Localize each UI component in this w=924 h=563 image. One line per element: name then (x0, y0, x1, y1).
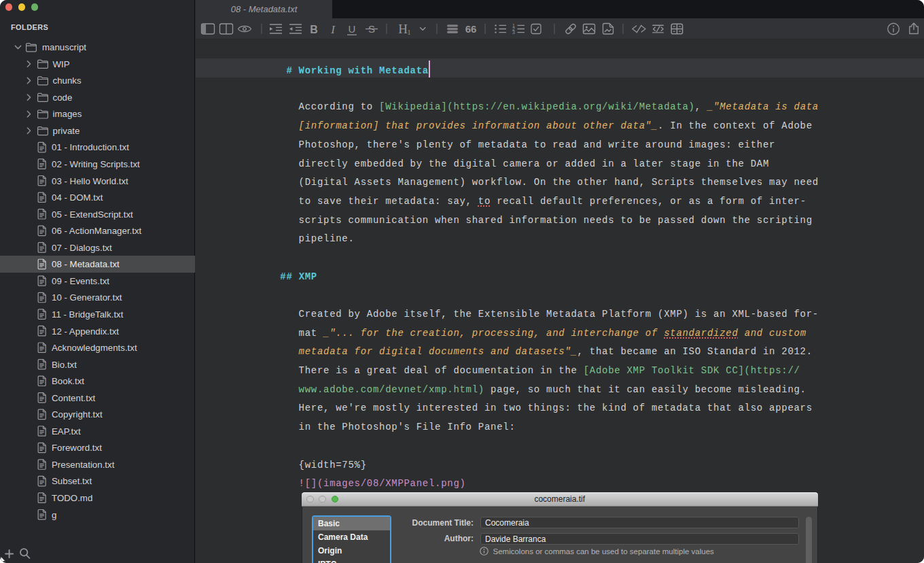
svg-text:66: 66 (465, 23, 477, 35)
svg-text:B: B (310, 24, 318, 35)
svg-text:1: 1 (408, 29, 411, 36)
svg-text:3: 3 (512, 30, 515, 35)
svg-text:I: I (330, 23, 336, 36)
svg-text:H: H (398, 22, 408, 36)
svg-text:U: U (349, 23, 356, 35)
